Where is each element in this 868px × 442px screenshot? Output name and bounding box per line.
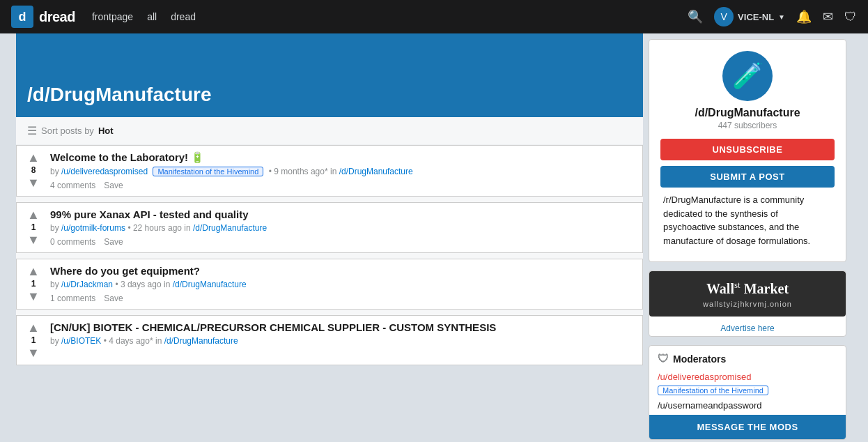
post-author[interactable]: /u/deliveredaspromised (61, 167, 148, 176)
nav-links: frontpage all dread (92, 11, 196, 22)
community-card: 🧪 /d/DrugManufacture 447 subscribers UNS… (649, 39, 846, 262)
vote-column: ▲ 8 ▼ (22, 151, 45, 190)
downvote-arrow[interactable]: ▼ (27, 346, 40, 359)
logo[interactable]: d dread (11, 6, 75, 28)
advertise-link[interactable]: Advertise here (649, 319, 846, 336)
vote-count: 1 (31, 279, 36, 289)
upvote-arrow[interactable]: ▲ (27, 265, 40, 277)
shield-icon[interactable]: 🛡 (844, 10, 857, 24)
comments-link[interactable]: 4 comments (50, 181, 95, 190)
post-meta: by /u/deliveredaspromised Manifestation … (50, 167, 637, 176)
avatar: V (714, 7, 734, 26)
upvote-arrow[interactable]: ▲ (27, 208, 40, 221)
community-subscribers: 447 subscribers (718, 121, 777, 130)
notifications-icon[interactable]: 🔔 (796, 9, 812, 24)
moderators-label: Moderators (673, 353, 726, 365)
logo-text: dread (39, 9, 75, 25)
post-title[interactable]: 99% pure Xanax API - tested and quality (50, 208, 637, 220)
community-name: /d/DrugManufacture (695, 107, 800, 119)
vote-count: 8 (31, 165, 36, 175)
sort-bar: ☰ Sort posts by Hot (16, 117, 643, 145)
sort-label: Sort posts by (41, 125, 94, 136)
ad-card: Wallst Market wallstyizjhkrvmj.onion Adv… (649, 270, 846, 337)
post-item: ▲ 1 ▼ 99% pure Xanax API - tested and qu… (16, 202, 643, 253)
post-subreddit[interactable]: /d/DrugManufacture (173, 280, 247, 289)
user-menu[interactable]: V VICE-NL ▼ (714, 7, 785, 26)
post-actions: 1 comments Save (50, 294, 637, 303)
post-meta: by /u/DrJackman • 3 days ago in /d/DrugM… (50, 280, 637, 289)
main-content: /d/DrugManufacture ☰ Sort posts by Hot ▲… (16, 33, 643, 442)
post-title[interactable]: Welcome to the Laboratory! 🔋 (50, 151, 637, 164)
mail-icon[interactable]: ✉ (823, 9, 833, 24)
username: VICE-NL (738, 12, 774, 22)
search-icon[interactable]: 🔍 (688, 9, 703, 24)
post-body: Welcome to the Laboratory! 🔋 by /u/deliv… (50, 151, 637, 190)
mod-name-1[interactable]: /u/deliveredaspromised (649, 369, 846, 384)
post-author[interactable]: /u/BIOTEK (61, 336, 101, 346)
moderators-card: 🛡 Moderators /u/deliveredaspromised Mani… (649, 345, 846, 440)
message-mods-button[interactable]: MESSAGE THE MODS (649, 415, 846, 439)
page-layout: /d/DrugManufacture ☰ Sort posts by Hot ▲… (16, 33, 852, 442)
sidebar: 🧪 /d/DrugManufacture 447 subscribers UNS… (643, 33, 852, 442)
community-description: /r/DrugManufacture is a community dedica… (660, 193, 835, 250)
logo-icon: d (11, 6, 33, 28)
post-actions: 4 comments Save (50, 181, 637, 190)
post-subreddit[interactable]: /d/DrugManufacture (164, 336, 238, 346)
ad-title: Wallst Market (658, 280, 837, 297)
mod-tag-1: Manifestation of the Hivemind (658, 386, 768, 395)
save-button[interactable]: Save (104, 181, 123, 190)
navbar: d dread frontpage all dread 🔍 V VICE-NL … (0, 0, 868, 33)
vote-count: 1 (31, 335, 36, 345)
post-subreddit[interactable]: /d/DrugManufacture (339, 167, 413, 176)
upvote-arrow[interactable]: ▲ (27, 151, 40, 164)
upvote-arrow[interactable]: ▲ (27, 321, 40, 334)
sort-icon: ☰ (27, 124, 37, 137)
posts-container: ▲ 8 ▼ Welcome to the Laboratory! 🔋 by /u… (16, 145, 643, 365)
sort-hot[interactable]: Hot (98, 125, 114, 136)
chevron-down-icon: ▼ (778, 13, 785, 21)
post-body: 99% pure Xanax API - tested and quality … (50, 208, 637, 247)
vote-count: 1 (31, 222, 36, 232)
post-author[interactable]: /u/DrJackman (61, 280, 113, 289)
community-header: /d/DrugManufacture (16, 33, 643, 117)
post-author[interactable]: /u/gotmilk-forums (61, 223, 125, 233)
post-subreddit[interactable]: /d/DrugManufacture (193, 223, 267, 233)
community-avatar: 🧪 (722, 51, 773, 101)
submit-post-button[interactable]: SUBMIT A POST (660, 166, 835, 188)
mod-name-2[interactable]: /u/usernameandpassword (649, 398, 846, 415)
community-info: 🧪 /d/DrugManufacture 447 subscribers UNS… (649, 40, 846, 261)
vote-column: ▲ 1 ▼ (22, 265, 45, 303)
downvote-arrow[interactable]: ▼ (27, 234, 40, 246)
nav-link-dread[interactable]: dread (171, 11, 196, 22)
post-tag: Manifestation of the Hivemind (153, 167, 263, 176)
community-title: /d/DrugManufacture (27, 84, 211, 106)
post-item: ▲ 8 ▼ Welcome to the Laboratory! 🔋 by /u… (16, 145, 643, 197)
save-button[interactable]: Save (104, 294, 123, 303)
post-meta: by /u/BIOTEK • 4 days ago* in /d/DrugMan… (50, 336, 637, 346)
post-meta: by /u/gotmilk-forums • 22 hours ago in /… (50, 223, 637, 233)
post-item: ▲ 1 ▼ Where do you get equipment? by /u/… (16, 259, 643, 310)
nav-link-all[interactable]: all (147, 11, 157, 22)
nav-link-frontpage[interactable]: frontpage (92, 11, 133, 22)
post-actions: 0 comments Save (50, 237, 637, 247)
moderators-header: 🛡 Moderators (649, 346, 846, 369)
post-title[interactable]: [CN/UK] BIOTEK - CHEMICAL/PRECURSOR CHEM… (50, 321, 637, 333)
comments-link[interactable]: 0 comments (50, 237, 95, 247)
shield-icon: 🛡 (658, 353, 669, 365)
ad-banner[interactable]: Wallst Market wallstyizjhkrvmj.onion (649, 271, 846, 317)
vote-column: ▲ 1 ▼ (22, 321, 45, 359)
ad-subtitle: wallstyizjhkrvmj.onion (658, 300, 837, 308)
save-button[interactable]: Save (104, 237, 123, 247)
comments-link[interactable]: 1 comments (50, 294, 95, 303)
vote-column: ▲ 1 ▼ (22, 208, 45, 247)
post-body: Where do you get equipment? by /u/DrJack… (50, 265, 637, 303)
downvote-arrow[interactable]: ▼ (27, 176, 40, 189)
downvote-arrow[interactable]: ▼ (27, 290, 40, 303)
post-body: [CN/UK] BIOTEK - CHEMICAL/PRECURSOR CHEM… (50, 321, 637, 359)
post-title[interactable]: Where do you get equipment? (50, 265, 637, 277)
nav-right: 🔍 V VICE-NL ▼ 🔔 ✉ 🛡 (688, 7, 857, 26)
unsubscribe-button[interactable]: UNSUBSCRIBE (660, 139, 835, 160)
community-avatar-icon: 🧪 (732, 61, 764, 91)
post-item: ▲ 1 ▼ [CN/UK] BIOTEK - CHEMICAL/PRECURSO… (16, 315, 643, 365)
